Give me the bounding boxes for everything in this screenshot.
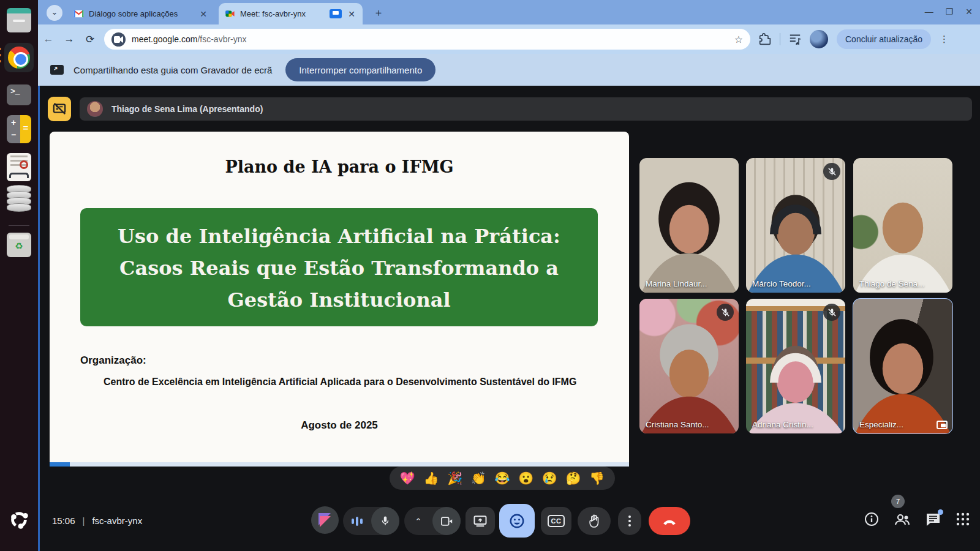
url-text: meet.google.com/fsc-avbr-ynx (132, 34, 734, 44)
clock-time: 15:06 (52, 515, 75, 526)
participant-tile[interactable]: Márcio Teodor... (746, 158, 845, 293)
toolbar-separator (780, 33, 780, 45)
document-viewer-icon[interactable] (7, 153, 31, 181)
new-tab-button[interactable]: ＋ (372, 6, 385, 20)
presenter-avatar (87, 101, 103, 117)
minimize-icon[interactable]: — (925, 5, 933, 18)
present-screen-button[interactable] (466, 507, 495, 535)
presenter-banner: Thiago de Sena Lima (Apresentando) (48, 97, 972, 121)
chrome-icon[interactable] (4, 43, 34, 72)
tab-meet-active[interactable]: Meet: fsc-avbr-ynx ✕ (219, 3, 363, 24)
window-controls: — ❐ ✕ (925, 5, 973, 18)
tab-strip: ⌄ Diálogo sobre aplicações ✕ Meet: fsc-a… (38, 0, 980, 24)
camera-button[interactable]: ⌃ (404, 507, 461, 535)
slide-org-label: Organização: (80, 354, 146, 367)
participant-name: Cristiana Santo... (646, 420, 709, 429)
bookmark-star-icon[interactable]: ☆ (734, 34, 743, 45)
presentation-slide: Plano de IA para o IFMG Uso de Inteligên… (50, 132, 629, 467)
stop-sharing-button[interactable]: Interromper compartilhamento (285, 58, 435, 81)
mic-icon (371, 507, 399, 535)
finish-update-button[interactable]: Concluir atualização (837, 29, 931, 49)
raise-hand-button[interactable] (578, 507, 611, 535)
participant-tile[interactable]: Marina Lindaur... (639, 158, 739, 293)
tab-label: Meet: fsc-avbr-ynx (240, 9, 325, 18)
url-path: /fsc-avbr-ynx (197, 34, 246, 44)
chevron-up-icon[interactable]: ⌃ (404, 507, 432, 535)
restore-icon[interactable]: ❐ (946, 5, 954, 18)
database-icon[interactable] (7, 187, 31, 218)
media-controls-icon[interactable] (789, 34, 801, 45)
microphone-button[interactable] (343, 507, 399, 535)
participant-name: Marina Lindaur... (646, 279, 707, 288)
chat-notification-dot (938, 509, 943, 515)
meeting-info: 15:06 | fsc-avbr-ynx (52, 515, 142, 526)
mic-muted-icon (823, 163, 840, 180)
meeting-code: fsc-avbr-ynx (92, 515, 142, 526)
people-icon[interactable] (894, 512, 911, 529)
chrome-logo-icon (8, 47, 30, 69)
camera-icon (432, 507, 461, 535)
slide-heading-line: Casos Reais que Estão Transformando a (80, 252, 598, 284)
mic-muted-icon (823, 304, 840, 321)
toolbar-right: Concluir atualização ⋮ (759, 29, 948, 49)
participant-tile[interactable]: Adriana Cristin... (746, 299, 845, 433)
calc-equals: = (20, 115, 31, 143)
participant-tile[interactable]: Thiago de Sena... (853, 158, 952, 293)
ubuntu-logo-icon[interactable] (7, 508, 31, 531)
sharing-message: Compartilhando esta guia com Gravador de… (74, 65, 272, 75)
info-separator: | (83, 515, 85, 526)
file-manager-icon[interactable] (7, 8, 31, 32)
participant-tile[interactable]: Cristiana Santo... (639, 299, 739, 433)
leave-call-button[interactable] (649, 507, 690, 535)
meet-panels (864, 512, 970, 529)
presenter-pill[interactable]: Thiago de Sena Lima (Apresentando) (80, 97, 972, 121)
tab-sharing-icon (330, 9, 342, 18)
extensions-icon[interactable] (759, 33, 771, 45)
chat-icon[interactable] (925, 512, 941, 529)
desktop: >_ +−= ♻ ⌄ Diálogo sobre aplicações ✕ Me… (0, 0, 980, 551)
close-tab-icon[interactable]: ✕ (198, 9, 208, 19)
kebab-icon (628, 515, 631, 527)
meet-content: Thiago de Sena Lima (Apresentando) Plano… (38, 86, 980, 551)
tab-gmail[interactable]: Diálogo sobre aplicações ✕ (67, 3, 214, 24)
meet-bottom-toolbar: 15:06 | fsc-avbr-ynx ⌃ (40, 478, 980, 551)
browser-toolbar: ← → ⟳ meet.google.com/fsc-avbr-ynx ☆ Con… (38, 24, 980, 54)
trash-icon[interactable]: ♻ (7, 233, 31, 257)
info-icon[interactable] (864, 512, 879, 529)
participant-name: Especializ... (859, 420, 903, 429)
tab-sharing-bar: Compartilhando esta guia com Gravador de… (38, 54, 980, 86)
picture-in-picture-icon[interactable] (937, 421, 948, 429)
participant-name: Márcio Teodor... (752, 279, 811, 288)
profile-avatar[interactable] (810, 30, 828, 48)
slide-progress-bar (50, 462, 629, 467)
reactions-toggle-button[interactable] (499, 504, 535, 538)
slide-title: Plano de IA para o IFMG (50, 157, 629, 176)
meet-icon (225, 9, 235, 19)
captions-button[interactable]: CC (541, 507, 571, 535)
mic-muted-icon (717, 304, 734, 321)
close-tab-icon[interactable]: ✕ (347, 9, 356, 19)
more-options-button[interactable] (618, 507, 641, 535)
back-icon[interactable]: ← (38, 33, 59, 45)
activities-grid-icon[interactable] (956, 512, 970, 529)
tab-label: Diálogo sobre aplicações (89, 9, 194, 18)
address-bar[interactable]: meet.google.com/fsc-avbr-ynx ☆ (104, 29, 750, 50)
terminal-icon[interactable]: >_ (7, 84, 31, 105)
browser-window: ⌄ Diálogo sobre aplicações ✕ Meet: fsc-a… (38, 0, 980, 551)
participant-video (853, 158, 952, 293)
gmail-icon (74, 9, 84, 19)
calculator-icon[interactable]: +−= (7, 115, 31, 143)
reload-icon[interactable]: ⟳ (80, 33, 100, 46)
participant-video (639, 158, 739, 293)
slide-date: Agosto de 2025 (50, 419, 629, 432)
close-window-icon[interactable]: ✕ (965, 5, 973, 18)
reaction-effect-button[interactable] (311, 506, 339, 534)
slide-heading-box: Uso de Inteligência Artificial na Prátic… (80, 208, 598, 326)
stop-presentation-button[interactable] (48, 97, 71, 121)
participant-tile-active-speaker[interactable]: Especializ... (853, 299, 952, 433)
browser-menu-icon[interactable]: ⋮ (940, 34, 948, 45)
presenter-name: Thiago de Sena Lima (Apresentando) (111, 104, 263, 114)
participant-name: Thiago de Sena... (859, 279, 925, 288)
tab-search-button[interactable]: ⌄ (47, 5, 62, 21)
forward-icon[interactable]: → (59, 33, 80, 45)
